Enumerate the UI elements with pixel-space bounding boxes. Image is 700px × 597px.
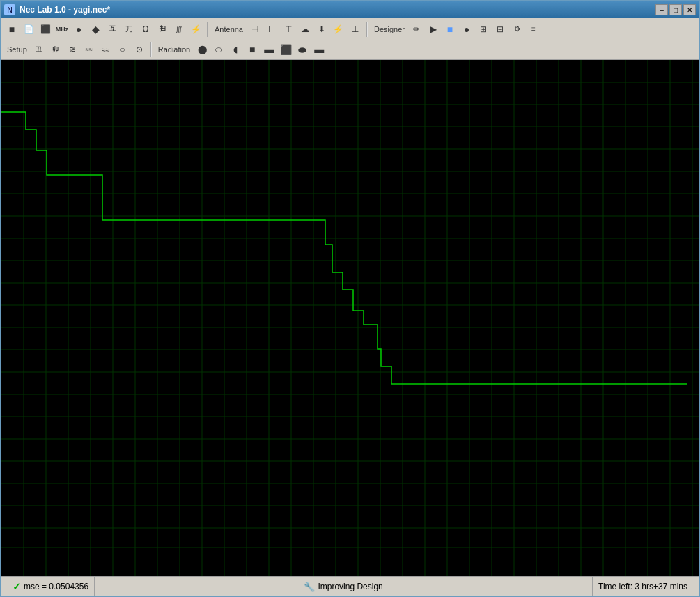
tb-ant7[interactable]: ⊥ (348, 22, 363, 37)
time-section: Time left: 3 hrs+37 mins (593, 577, 693, 596)
tb-rad3[interactable]: ◖ (228, 42, 243, 57)
tb-ant6[interactable]: ⚡ (331, 22, 346, 37)
tb-rad6[interactable]: ⬛ (278, 42, 293, 57)
tb-set1[interactable]: 丑 (31, 42, 47, 57)
tb-new[interactable]: ■ (4, 22, 20, 37)
tb-ant4[interactable]: ☁ (297, 22, 313, 37)
close-button[interactable]: ✕ (683, 4, 696, 15)
svg-rect-0 (1, 60, 699, 576)
chart-area (1, 60, 699, 576)
tb-des5[interactable]: ⊞ (476, 22, 491, 37)
tb-tool5[interactable]: ● (71, 22, 86, 37)
maximize-button[interactable]: □ (669, 4, 682, 15)
statusbar: ✓ mse = 0.0504356 🔧 Improving Design Tim… (1, 576, 699, 596)
tb-set7[interactable]: ⊙ (132, 42, 147, 57)
tb-tool11[interactable]: ∭ (171, 22, 187, 37)
tb-des1[interactable]: ✏ (409, 22, 424, 37)
main-window: N Nec Lab 1.0 - yagi.nec* – □ ✕ ■ 📄 ⬛ MH… (0, 0, 700, 597)
toolbar2: Setup 丑 卯 ≋ ≈≈ ≈≈ ○ ⊙ Radiation ⬤ ⬭ ◖ ■ … (1, 40, 699, 60)
improving-label: Improving Design (318, 582, 382, 591)
tb-tool10[interactable]: 扫 (155, 22, 170, 37)
tb-tool12[interactable]: ⚡ (188, 22, 203, 37)
mse-value: mse = 0.0504356 (24, 582, 88, 591)
tb-des7[interactable]: ⚙ (509, 22, 524, 37)
tb-des6[interactable]: ⊟ (492, 22, 508, 37)
tb-rad4[interactable]: ■ (244, 42, 260, 57)
tb-ant2[interactable]: ⊢ (264, 22, 279, 37)
check-icon: ✓ (13, 581, 21, 592)
tb-set2[interactable]: 卯 (48, 42, 63, 57)
tb-rad1[interactable]: ⬤ (194, 42, 210, 57)
tb-tool6[interactable]: ◆ (88, 22, 103, 37)
tb-tool8[interactable]: 兀 (121, 22, 137, 37)
optimization-chart (1, 60, 699, 576)
window-title: Nec Lab 1.0 - yagi.nec* (20, 5, 110, 15)
titlebar-buttons: – □ ✕ (655, 4, 696, 15)
setup-label: Setup (4, 45, 30, 54)
tb-des8[interactable]: ≡ (526, 22, 541, 37)
tb-open[interactable]: 📄 (21, 22, 36, 37)
tb-tool3[interactable]: ⬛ (38, 22, 53, 37)
tb-set6[interactable]: ○ (115, 42, 130, 57)
improving-icon: 🔧 (304, 582, 315, 592)
tb-rad7[interactable]: ⬬ (295, 42, 310, 57)
toolbar1: ■ 📄 ⬛ MHz ● ◆ 互 兀 Ω 扫 ∭ ⚡ Antenna ⊣ ⊢ ⊤ … (1, 18, 699, 40)
app-icon: N (4, 4, 15, 15)
titlebar-left: N Nec Lab 1.0 - yagi.nec* (4, 4, 110, 15)
tb-des3[interactable]: ■ (442, 22, 458, 37)
titlebar: N Nec Lab 1.0 - yagi.nec* – □ ✕ (1, 1, 699, 18)
tb-tool7[interactable]: 互 (104, 22, 120, 37)
mse-section: ✓ mse = 0.0504356 (7, 577, 95, 596)
tb-des4[interactable]: ● (459, 22, 474, 37)
tb-ant1[interactable]: ⊣ (247, 22, 263, 37)
tb-set5[interactable]: ≈≈ (98, 42, 114, 57)
time-label: Time left: 3 hrs+37 mins (598, 582, 687, 591)
tb-ant3[interactable]: ⊤ (281, 22, 296, 37)
minimize-button[interactable]: – (655, 4, 668, 15)
tb-set4[interactable]: ≈≈ (81, 42, 97, 57)
tb-tool9[interactable]: Ω (138, 22, 153, 37)
sep2 (366, 22, 368, 37)
tb-des2[interactable]: ▶ (426, 22, 441, 37)
tb-rad8[interactable]: ▬ (311, 42, 327, 57)
improving-section: 🔧 Improving Design (95, 577, 593, 596)
radiation-label: Radiation (155, 45, 193, 54)
tb-set3[interactable]: ≋ (65, 42, 80, 57)
sep1 (207, 22, 208, 37)
designer-label: Designer (371, 25, 407, 33)
sep3 (150, 42, 152, 57)
antenna-label: Antenna (212, 25, 246, 33)
tb-rad5[interactable]: ▬ (261, 42, 277, 57)
tb-ant5[interactable]: ⬇ (314, 22, 329, 37)
tb-rad2[interactable]: ⬭ (211, 42, 226, 57)
tb-mhz[interactable]: MHz (54, 22, 70, 37)
